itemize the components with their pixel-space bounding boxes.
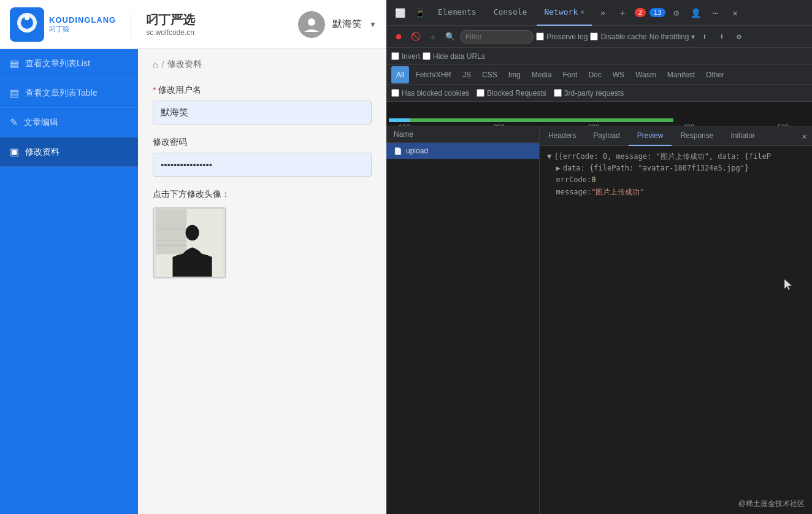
sidebar-item-profile[interactable]: ▣ 修改资料 xyxy=(0,137,138,167)
main-content: ⌂ / 修改资料 * 修改用户名 修改密码 xyxy=(138,49,386,514)
sidebar-item-article-table[interactable]: ▤ 查看文章列表Table xyxy=(0,79,138,108)
device-toggle-icon[interactable]: 📱 xyxy=(411,4,428,21)
svg-rect-6 xyxy=(156,209,186,254)
detail-tab-preview[interactable]: Preview xyxy=(629,126,672,146)
header-title: 叼丁严选 sc.wolfcode.cn xyxy=(146,12,195,37)
filter-tab-font[interactable]: Font xyxy=(557,66,582,83)
detail-tab-payload[interactable]: Payload xyxy=(584,126,628,146)
devtools-filter-row: Invert Hide data URLs xyxy=(386,48,812,65)
expand-arrow[interactable]: ▼ xyxy=(547,151,551,163)
form-area: * 修改用户名 修改密码 点击下方修改头像： xyxy=(138,75,386,301)
logo-brand: KOUDINGLANG xyxy=(49,15,116,25)
profile-icon: ▣ xyxy=(10,146,19,158)
sidebar-item-label: 查看文章列表Table xyxy=(25,88,97,99)
tab-elements[interactable]: Elements xyxy=(431,0,484,26)
filter-tab-media[interactable]: Media xyxy=(527,66,557,83)
devtools-filter-tabs: All Fetch/XHR JS CSS Img Media Font Doc … xyxy=(386,65,812,85)
username-input[interactable] xyxy=(153,101,372,125)
detail-tab-response[interactable]: Response xyxy=(672,126,722,146)
name-item-upload[interactable]: 📄 upload xyxy=(386,143,539,159)
avatar-preview[interactable] xyxy=(153,207,226,278)
settings2-icon[interactable]: ⚙ xyxy=(732,29,746,44)
more-options-icon[interactable]: ⋯ xyxy=(707,4,724,21)
list-icon: ▤ xyxy=(10,58,19,69)
filter-tab-img[interactable]: Img xyxy=(504,66,526,83)
avatar[interactable] xyxy=(298,11,325,38)
sidebar-item-article-edit[interactable]: ✎ 文章编辑 xyxy=(0,108,138,137)
logo-icon: 狼 xyxy=(10,7,44,42)
username-label: * 修改用户名 xyxy=(153,85,372,96)
password-group: 修改密码 xyxy=(153,137,372,177)
invert-checkbox[interactable]: Invert xyxy=(391,52,420,61)
filter-tab-fetch-xhr[interactable]: Fetch/XHR xyxy=(410,66,456,83)
more-tabs-icon[interactable]: » xyxy=(594,4,611,21)
sidebar-item-article-list[interactable]: ▤ 查看文章列表List xyxy=(0,49,138,79)
filter-tab-ws[interactable]: WS xyxy=(608,66,629,83)
data-expand-arrow[interactable]: ▶ xyxy=(556,163,560,174)
detail-close-button[interactable]: ✕ xyxy=(797,131,812,141)
filter-toggle-button[interactable]: ⬦ xyxy=(426,29,440,44)
timeline-label-100: 100 ms xyxy=(399,123,421,126)
throttle-dropdown[interactable]: No throttling ▾ xyxy=(649,33,695,41)
tab-network[interactable]: Network ✕ xyxy=(537,0,591,26)
screen-cast-icon[interactable]: ⬜ xyxy=(391,4,408,21)
filter-tab-css[interactable]: CSS xyxy=(477,66,502,83)
sidebar-item-label: 查看文章列表List xyxy=(25,58,90,69)
waterfall-bar-blue xyxy=(389,118,411,122)
filter-tab-manifest[interactable]: Manifest xyxy=(662,66,700,83)
username-group: * 修改用户名 xyxy=(153,85,372,125)
blocked-requests-checkbox[interactable]: Blocked Requests xyxy=(477,89,546,98)
header-right: 默海笑 ▼ xyxy=(298,11,377,38)
breadcrumb-current: 修改资料 xyxy=(167,59,202,70)
filter-tab-wasm[interactable]: Wasm xyxy=(630,66,661,83)
breadcrumb-home-icon[interactable]: ⌂ xyxy=(153,59,158,69)
tab-console[interactable]: Console xyxy=(486,0,535,26)
devtools-toolbar: ⏺ 🚫 ⬦ 🔍 Preserve log Disable cache No th… xyxy=(386,26,812,48)
logo-text: KOUDINGLANG 叼丁狼 xyxy=(49,15,116,34)
third-party-checkbox[interactable]: 3rd-party requests xyxy=(554,89,624,98)
filter-tab-doc[interactable]: Doc xyxy=(583,66,606,83)
password-input[interactable] xyxy=(153,153,372,177)
user-name: 默海笑 xyxy=(332,18,362,31)
json-message-line: message : "图片上传成功" xyxy=(547,186,805,198)
app-header: 狼 KOUDINGLANG 叼丁狼 叼丁严选 sc.wolfcode.cn 默海… xyxy=(0,0,386,49)
dropdown-arrow-icon[interactable]: ▼ xyxy=(369,20,377,29)
export-icon[interactable]: ⬇ xyxy=(714,29,729,44)
devtools-detail-content: ▼ { {errCode: 0, message: "图片上传成功", data… xyxy=(540,146,812,514)
devtools-name-pane: Name 📄 upload xyxy=(386,126,540,514)
add-tab-icon[interactable]: + xyxy=(614,4,631,21)
devtools-detail-tabs: Headers Payload Preview Response Initiat… xyxy=(540,126,812,146)
name-pane-header: Name xyxy=(386,126,539,143)
table-icon: ▤ xyxy=(10,87,19,99)
svg-text:狼: 狼 xyxy=(14,34,20,40)
waterfall-bar-green xyxy=(410,118,673,122)
errcode-val: 0 xyxy=(591,174,596,186)
close-devtools-icon[interactable]: ✕ xyxy=(727,4,744,21)
filter-input[interactable] xyxy=(460,30,534,44)
error-badge: 2 xyxy=(635,8,646,17)
settings-icon[interactable]: ⚙ xyxy=(668,4,685,21)
edit-icon: ✎ xyxy=(10,117,18,128)
preserve-log-checkbox[interactable]: Preserve log xyxy=(536,33,588,41)
detail-tab-initiator[interactable]: Initiator xyxy=(722,126,763,146)
warning-badge: 13 xyxy=(649,8,665,17)
devtools-detail-pane: Headers Payload Preview Response Initiat… xyxy=(540,126,812,514)
file-icon: 📄 xyxy=(394,147,402,155)
filter-tab-other[interactable]: Other xyxy=(701,66,729,83)
has-blocked-cookies-checkbox[interactable]: Has blocked cookies xyxy=(391,89,469,98)
import-icon[interactable]: ⬆ xyxy=(697,29,712,44)
app-panel: 狼 KOUDINGLANG 叼丁狼 叼丁严选 sc.wolfcode.cn 默海… xyxy=(0,0,386,514)
message-key: message xyxy=(556,186,587,198)
logo-sub: 叼丁狼 xyxy=(49,25,116,34)
devtools-panel: ⬜ 📱 Elements Console Network ✕ » + 2 13 … xyxy=(386,0,812,514)
tab-close-icon[interactable]: ✕ xyxy=(580,8,584,16)
customize-icon[interactable]: 👤 xyxy=(688,4,705,21)
filter-tab-all[interactable]: All xyxy=(391,66,409,83)
detail-tab-headers[interactable]: Headers xyxy=(540,126,584,146)
filter-tab-js[interactable]: JS xyxy=(458,66,476,83)
hide-data-urls-checkbox[interactable]: Hide data URLs xyxy=(423,52,485,61)
clear-button[interactable]: 🚫 xyxy=(408,29,423,44)
disable-cache-checkbox[interactable]: Disable cache xyxy=(590,33,646,41)
search-button[interactable]: 🔍 xyxy=(443,29,458,44)
record-button[interactable]: ⏺ xyxy=(391,29,406,44)
